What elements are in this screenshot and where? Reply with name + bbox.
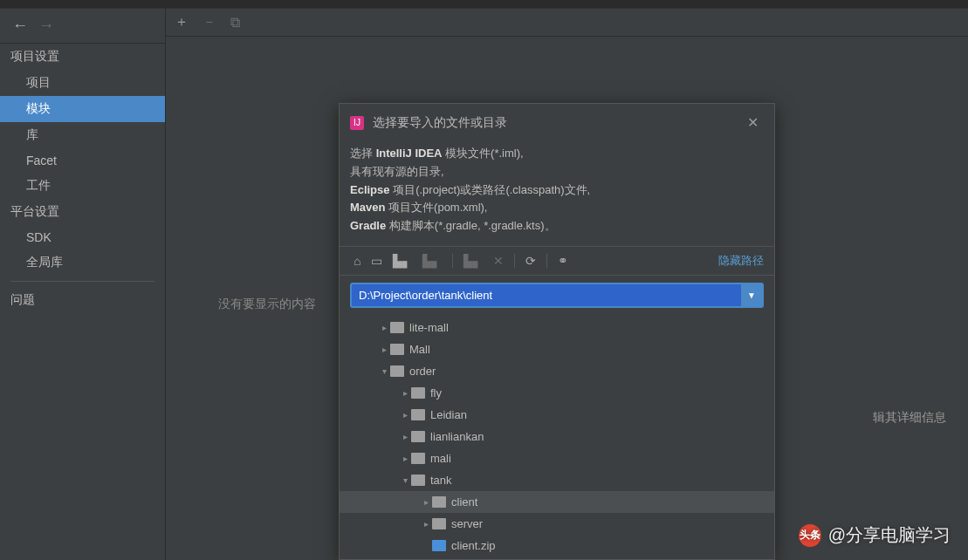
tree-row[interactable]: ▸client: [340, 491, 774, 513]
path-input[interactable]: [352, 284, 741, 306]
chevron-right-icon[interactable]: ▸: [399, 410, 411, 420]
copy-icon[interactable]: ⧉: [230, 15, 240, 31]
detail-hint-label: 辑其详细信息: [873, 410, 946, 426]
empty-content-label: 没有要显示的内容: [218, 297, 316, 312]
tree-label: client.zip: [451, 539, 496, 552]
tree-label: order: [409, 365, 436, 378]
settings-sidebar: ← → 项目设置 项目模块库Facet工件 平台设置 SDK全局库 问题: [0, 9, 166, 560]
remove-icon[interactable]: －: [203, 13, 216, 31]
folder-icon: [390, 365, 404, 377]
chevron-right-icon[interactable]: ▸: [420, 497, 432, 507]
tree-label: server: [451, 517, 483, 530]
sidebar-item[interactable]: SDK: [0, 225, 165, 249]
watermark: 头条 @分享电脑学习: [799, 523, 951, 547]
folder-icon: [411, 387, 425, 399]
tree-row[interactable]: ▾order: [340, 360, 774, 382]
folder-icon[interactable]: ▙▖: [389, 252, 415, 270]
back-arrow-icon[interactable]: ←: [7, 13, 33, 38]
tree-label: mali: [430, 452, 451, 465]
chevron-right-icon[interactable]: ▸: [399, 388, 411, 398]
sidebar-item[interactable]: 项目: [0, 70, 165, 96]
tree-row[interactable]: ▸fly: [340, 382, 774, 404]
sidebar-item[interactable]: 模块: [0, 96, 165, 122]
path-input-wrapper: ▼: [350, 283, 764, 308]
sidebar-item[interactable]: 工件: [0, 173, 165, 199]
tree-row[interactable]: ▾tank: [340, 469, 774, 491]
tree-row[interactable]: ▸lite-mall: [340, 317, 774, 338]
tree-label: client: [451, 495, 477, 509]
sidebar-item[interactable]: Facet: [0, 148, 165, 173]
archive-icon: [432, 540, 446, 551]
chevron-right-icon[interactable]: ▸: [399, 432, 411, 441]
chevron-right-icon[interactable]: ▸: [378, 323, 390, 332]
tree-row[interactable]: ▸server: [340, 513, 774, 535]
chevron-right-icon[interactable]: ▸: [420, 519, 432, 529]
dialog-title: 选择要导入的文件或目录: [373, 115, 733, 131]
new-folder-icon[interactable]: ▙▖: [419, 252, 445, 270]
tree-label: fly: [430, 386, 442, 400]
delete-icon[interactable]: ✕: [490, 252, 507, 270]
sidebar-section-problems[interactable]: 问题: [0, 287, 165, 313]
chevron-down-icon[interactable]: ▾: [378, 366, 390, 376]
watermark-text: @分享电脑学习: [828, 523, 951, 547]
folder-icon: [411, 453, 425, 464]
sidebar-item[interactable]: 库: [0, 122, 165, 148]
chevron-down-icon[interactable]: ▾: [399, 475, 411, 485]
chevron-right-icon[interactable]: ▸: [399, 454, 411, 463]
toutiao-logo-icon: 头条: [799, 524, 821, 547]
tree-label: lite-mall: [409, 321, 449, 334]
tree-label: lianliankan: [430, 430, 484, 443]
tree-label: Mall: [409, 343, 430, 356]
divider: [10, 281, 154, 282]
file-tree[interactable]: ▸lite-mall▸Mall▾order▸fly▸Leidian▸lianli…: [340, 315, 774, 560]
folder2-icon[interactable]: ▙▖: [460, 252, 486, 270]
tree-row[interactable]: ▸lianliankan: [340, 426, 774, 447]
refresh-icon[interactable]: ⟳: [522, 252, 539, 270]
close-icon[interactable]: ✕: [742, 113, 764, 133]
tree-row[interactable]: client.zip: [340, 535, 774, 557]
folder-icon: [411, 431, 425, 442]
sidebar-section-platform: 平台设置: [0, 199, 165, 225]
folder-icon: [411, 475, 425, 486]
sidebar-item[interactable]: 全局库: [0, 249, 165, 276]
tree-label: Leidian: [430, 408, 467, 421]
idea-icon: IJ: [350, 116, 364, 130]
dialog-description: 选择 IntelliJ IDEA 模块文件(*.iml), 具有现有源的目录, …: [340, 141, 774, 246]
file-toolbar: ⌂ ▭ ▙▖ ▙▖ ▙▖ ✕ ⟳ ⚭ 隐藏路径: [340, 246, 774, 276]
chevron-right-icon[interactable]: ▸: [378, 345, 390, 354]
import-dialog: IJ 选择要导入的文件或目录 ✕ 选择 IntelliJ IDEA 模块文件(*…: [339, 103, 775, 560]
hide-path-link[interactable]: 隐藏路径: [718, 253, 764, 269]
tree-row[interactable]: ▸Leidian: [340, 404, 774, 426]
add-icon[interactable]: ＋: [175, 13, 189, 31]
dropdown-icon[interactable]: ▼: [741, 284, 762, 306]
folder-icon: [432, 518, 446, 529]
tree-row[interactable]: ▸mali: [340, 447, 774, 469]
link-icon[interactable]: ⚭: [554, 252, 572, 270]
tree-label: tank: [430, 474, 452, 487]
tree-row[interactable]: server.zip: [340, 557, 774, 560]
sidebar-section-project: 项目设置: [0, 44, 165, 70]
folder-icon: [432, 496, 446, 508]
folder-icon: [390, 322, 404, 333]
folder-icon: [411, 409, 425, 420]
module-toolbar: ＋ － ⧉: [166, 9, 968, 37]
folder-icon: [390, 344, 404, 355]
home-icon[interactable]: ⌂: [350, 252, 364, 270]
tree-row[interactable]: ▸Mall: [340, 338, 774, 360]
forward-arrow-icon[interactable]: →: [33, 13, 59, 38]
desktop-icon[interactable]: ▭: [367, 252, 386, 270]
